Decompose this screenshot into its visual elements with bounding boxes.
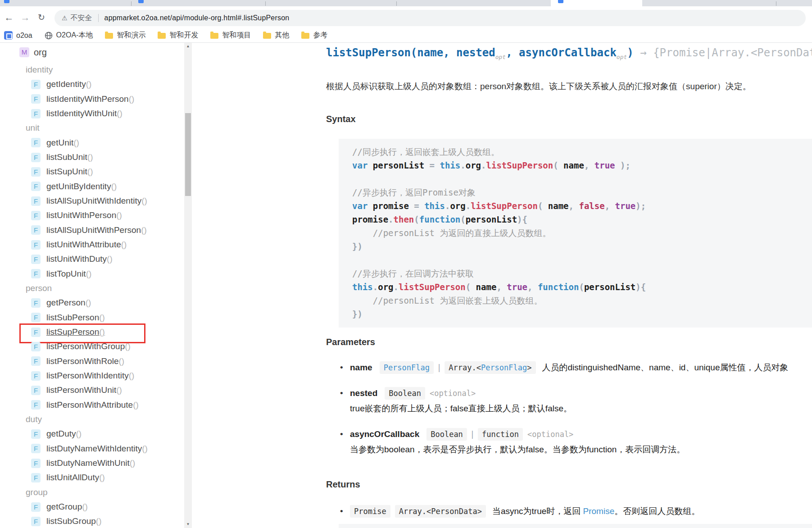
code-token: org <box>466 160 481 170</box>
bookmark-item-O2OA-本地[interactable]: O2OA-本地 <box>45 31 93 40</box>
sidebar-item-listSubUnit[interactable]: FlistSubUnit() <box>0 150 184 164</box>
sidebar-item-label: listUnitWithAttribute() <box>46 240 127 250</box>
code-token: org <box>378 282 393 292</box>
code-token: this <box>440 160 461 170</box>
parameters-heading: Parameters <box>326 337 375 347</box>
tab-favicon[interactable] <box>558 0 563 3</box>
type-text: Promise <box>354 507 386 516</box>
sidebar-item-getPerson[interactable]: FgetPerson() <box>0 296 184 310</box>
method-signature: listSupPerson(name, nestedopt, asyncOrCa… <box>326 46 812 60</box>
scrollbar-down-arrow[interactable]: ▼ <box>184 521 192 528</box>
sidebar-item-listUnitAllDuty[interactable]: FlistUnitAllDuty() <box>0 470 184 485</box>
function-badge-icon: F <box>31 167 41 177</box>
sidebar-item-listPersonWithIdentity[interactable]: FlistPersonWithIdentity() <box>0 369 184 383</box>
sidebar-item-getIdentity[interactable]: FgetIdentity() <box>0 77 184 91</box>
sidebar-item-listDutyNameWithIdentity[interactable]: FlistDutyNameWithIdentity() <box>0 442 184 456</box>
function-badge-icon: F <box>31 109 41 118</box>
sidebar-item-parens: () <box>87 167 93 176</box>
sidebar-item-listPersonWithRole[interactable]: FlistPersonWithRole() <box>0 354 184 369</box>
function-badge-icon: F <box>31 240 41 250</box>
code-token: //personList 为返回的直接上级人员数组。 <box>352 228 551 238</box>
type-chip: Boolean <box>385 387 425 400</box>
code-token: . <box>388 214 393 224</box>
reload-button[interactable]: ↻ <box>34 10 49 25</box>
code-token: . <box>460 160 465 170</box>
sidebar-item-listIdentityWithPerson[interactable]: FlistIdentityWithPerson() <box>0 92 184 106</box>
code-token: listSupPerson <box>399 282 466 292</box>
sidebar-item-label: getPerson() <box>46 298 91 308</box>
back-button[interactable]: ← <box>2 10 16 25</box>
address-bar[interactable]: ⚠ 不安全 appmarket.o2oa.net/api/module-org.… <box>54 10 806 26</box>
sidebar-item-label: listAllSupUnitWithIdentity() <box>46 196 147 206</box>
bookmark-item-o2oa[interactable]: o2oa <box>4 31 32 40</box>
sidebar-item-label: getUnit() <box>46 138 79 148</box>
sidebar-item-listDutyNameWithUnit[interactable]: FlistDutyNameWithUnit() <box>0 456 184 470</box>
code-line <box>352 253 812 267</box>
type-chip: function <box>478 428 523 441</box>
sidebar-item-parens: () <box>86 79 92 89</box>
tab-favicon[interactable] <box>4 0 9 3</box>
bookmark-item-智和开发[interactable]: 智和开发 <box>158 31 198 40</box>
function-badge-icon: F <box>31 328 41 337</box>
url-text: appmarket.o2oa.net/api/module-org.html#.… <box>104 14 290 22</box>
sidebar-item-listPersonWithAttribute[interactable]: FlistPersonWithAttribute() <box>0 398 184 412</box>
sidebar-item-label: listDutyNameWithUnit() <box>46 458 135 468</box>
sidebar-item-listAllSupUnitWithPerson[interactable]: FlistAllSupUnitWithPerson() <box>0 223 184 237</box>
sidebar-item-getDuty[interactable]: FgetDuty() <box>0 427 184 441</box>
code-token: true <box>594 160 615 170</box>
folder-icon <box>158 33 166 39</box>
sidebar-item-parens: () <box>141 225 147 235</box>
sidebar-item-listIdentityWithUnit[interactable]: FlistIdentityWithUnit() <box>0 106 184 121</box>
sidebar-item-listSupPerson[interactable]: FlistSupPerson() <box>0 325 184 339</box>
code-token: . <box>445 201 450 211</box>
code-token: promise <box>367 201 414 211</box>
code-block: //同步执行，返回嵌套上级人员数组。var personList = this.… <box>339 139 812 328</box>
sidebar-item-listUnitWithAttribute[interactable]: FlistUnitWithAttribute() <box>0 237 184 252</box>
sidebar-item-listUnitWithPerson[interactable]: FlistUnitWithPerson() <box>0 208 184 223</box>
code-token: //异步执行，返回Promise对象 <box>352 187 476 197</box>
scrollbar-up-arrow[interactable]: ▲ <box>184 43 192 50</box>
sidebar-item-listPersonWithUnit[interactable]: FlistPersonWithUnit() <box>0 383 184 397</box>
sidebar-item-getUnitByIdentity[interactable]: FgetUnitByIdentity() <box>0 179 184 194</box>
sidebar-item-parens: () <box>116 385 122 395</box>
bookmark-item-智和演示[interactable]: 智和演示 <box>105 31 145 40</box>
bookmark-item-其他[interactable]: 其他 <box>263 31 289 40</box>
sidebar-item-listAllSupUnitWithIdentity[interactable]: FlistAllSupUnitWithIdentity() <box>0 194 184 208</box>
bookmark-label: 智和项目 <box>222 31 251 40</box>
scrollbar-thumb[interactable] <box>185 113 191 196</box>
tab-favicon[interactable] <box>138 0 144 3</box>
code-token: true <box>615 201 636 211</box>
type-chip: Array.<PersonData> <box>395 505 486 518</box>
type-link-PersonFlag[interactable]: PersonFlag <box>384 363 430 372</box>
sidebar-item-listSupUnit[interactable]: FlistSupUnit() <box>0 164 184 179</box>
type-link-PersonFlag[interactable]: PersonFlag <box>481 363 527 372</box>
param-row: nestedBoolean<optional> <box>350 386 812 401</box>
link-Promise[interactable]: Promise <box>583 506 615 516</box>
bookmark-item-参考[interactable]: 参考 <box>301 31 327 40</box>
sidebar-item-listPersonWithGroup[interactable]: FlistPersonWithGroup() <box>0 339 184 354</box>
bookmark-label: 参考 <box>313 31 327 40</box>
browser-tab-active[interactable] <box>551 0 642 6</box>
code-line: var personList = this.org.listSupPerson(… <box>352 159 812 172</box>
optional-tag: <optional> <box>430 389 476 398</box>
code-token: personList <box>466 214 517 224</box>
sidebar-item-listSubPerson[interactable]: FlistSubPerson() <box>0 310 184 325</box>
code-token: = <box>414 201 424 211</box>
code-token: }) <box>352 241 363 251</box>
function-badge-icon: F <box>31 255 41 264</box>
bookmark-item-智和项目[interactable]: 智和项目 <box>210 31 251 40</box>
code-token: . <box>394 282 399 292</box>
code-token: ( <box>414 214 419 224</box>
method-description: 根据人员标识获取上级人员的对象数组：person对象数组。该上下级关系被人员的汇… <box>326 81 751 92</box>
function-badge-icon: F <box>31 211 41 220</box>
sidebar-item-listUnitWithDuty[interactable]: FlistUnitWithDuty() <box>0 252 184 266</box>
sidebar-item-getGroup[interactable]: FgetGroup() <box>0 500 184 514</box>
sidebar-item-listTopUnit[interactable]: FlistTopUnit() <box>0 267 184 281</box>
type-pipe: | <box>470 430 475 439</box>
security-label[interactable]: 不安全 <box>71 14 92 23</box>
sidebar-item-listSubGroup[interactable]: FlistSubGroup() <box>0 514 184 528</box>
function-badge-icon: F <box>31 444 41 453</box>
module-org-header[interactable]: M org <box>19 46 47 58</box>
sidebar-item-getUnit[interactable]: FgetUnit() <box>0 136 184 150</box>
forward-button[interactable]: → <box>18 10 32 25</box>
